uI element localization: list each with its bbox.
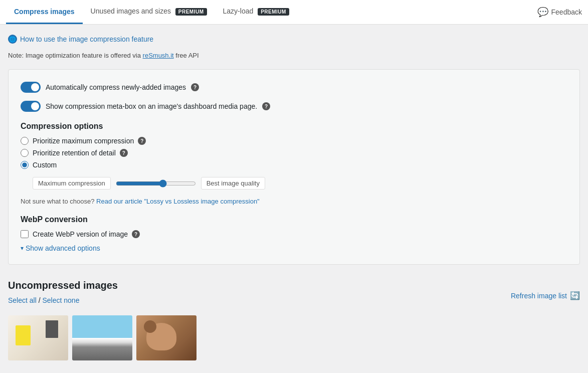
webp-help-icon[interactable]: ? — [132, 230, 140, 238]
help-globe-icon: 🌐 — [8, 35, 17, 44]
main-content: 🌐 How to use the image compression featu… — [0, 25, 588, 370]
radio-max-compression[interactable] — [21, 137, 29, 145]
webp-title: WebP conversion — [21, 215, 567, 224]
compression-radio-group: Prioritize maximum compression ? Priorit… — [21, 137, 567, 169]
radio-retain-label: Prioritize retention of detail — [33, 149, 116, 157]
compression-slider[interactable] — [116, 179, 196, 188]
premium-badge-unused: PREMIUM — [175, 8, 207, 16]
premium-badge-lazyload: PREMIUM — [258, 8, 289, 16]
chevron-down-icon: ▾ — [21, 245, 24, 252]
refresh-icon: 🔄 — [570, 291, 580, 300]
lossy-article-link[interactable]: Read our article "Lossy vs Lossless imag… — [96, 198, 260, 205]
tab-lazyload[interactable]: Lazy-load PREMIUM — [215, 0, 297, 24]
radio-max-label: Prioritize maximum compression — [33, 137, 134, 145]
image-thumb-dog[interactable] — [136, 315, 197, 360]
help-link[interactable]: 🌐 How to use the image compression featu… — [8, 35, 580, 44]
compression-options-title: Compression options — [21, 122, 567, 131]
uncompressed-section: Uncompressed images Select all / Select … — [8, 280, 580, 360]
select-none-link[interactable]: Select none — [42, 296, 79, 304]
radio-row-retain: Prioritize retention of detail ? — [21, 149, 567, 157]
image-thumb-mountain[interactable] — [72, 315, 132, 360]
compression-slider-container: Maximum compression Best image quality — [21, 177, 567, 190]
webp-label: Create WebP version of image — [33, 230, 128, 238]
refresh-image-list-link[interactable]: Refresh image list 🔄 — [511, 291, 580, 300]
meta-box-help-icon[interactable]: ? — [262, 102, 270, 110]
retain-detail-help-icon[interactable]: ? — [120, 149, 128, 157]
webp-checkbox-row: Create WebP version of image ? — [21, 230, 567, 238]
slider-min-label: Maximum compression — [33, 177, 111, 190]
auto-compress-toggle[interactable] — [21, 82, 41, 93]
feedback-button[interactable]: 💬 Feedback — [537, 7, 582, 18]
images-header: Uncompressed images Select all / Select … — [8, 280, 580, 311]
resmush-link[interactable]: reSmush.it — [143, 52, 174, 59]
select-links: Select all / Select none — [8, 296, 118, 304]
max-compression-help-icon[interactable]: ? — [138, 137, 146, 145]
meta-box-toggle[interactable] — [21, 101, 41, 112]
image-grid — [8, 315, 580, 360]
feedback-icon: 💬 — [537, 7, 548, 18]
radio-retain-detail[interactable] — [21, 149, 29, 157]
tab-unused-images[interactable]: Unused images and sizes PREMIUM — [83, 0, 215, 24]
compression-hint: Not sure what to choose? Read our articl… — [21, 198, 567, 205]
webp-checkbox[interactable] — [21, 230, 29, 238]
radio-custom-label: Custom — [33, 161, 57, 169]
images-header-left: Uncompressed images Select all / Select … — [8, 280, 118, 311]
auto-compress-help-icon[interactable]: ? — [191, 83, 199, 91]
meta-box-row: Show compression meta-box on an image's … — [21, 101, 567, 112]
image-thumb-room[interactable] — [8, 315, 68, 360]
tab-compress-images[interactable]: Compress images — [6, 1, 83, 24]
show-advanced-link[interactable]: ▾ Show advanced options — [21, 244, 567, 252]
radio-row-custom: Custom — [21, 161, 567, 169]
note-text: Note: Image optimization feature is offe… — [8, 52, 580, 59]
tab-bar: Compress images Unused images and sizes … — [0, 0, 588, 25]
radio-custom[interactable] — [21, 161, 29, 169]
settings-panel: Automatically compress newly-added image… — [8, 69, 580, 265]
auto-compress-row: Automatically compress newly-added image… — [21, 82, 567, 93]
select-all-link[interactable]: Select all — [8, 296, 37, 304]
radio-row-max: Prioritize maximum compression ? — [21, 137, 567, 145]
uncompressed-title: Uncompressed images — [8, 280, 118, 291]
slider-max-label: Best image quality — [201, 177, 265, 190]
